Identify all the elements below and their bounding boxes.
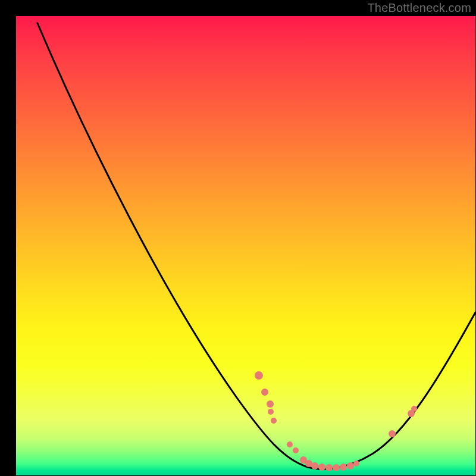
marker bbox=[340, 464, 347, 471]
marker bbox=[311, 462, 318, 469]
bottleneck-curve bbox=[37, 23, 475, 469]
marker bbox=[411, 406, 417, 412]
marker bbox=[353, 461, 359, 466]
marker bbox=[293, 447, 299, 453]
marker bbox=[333, 464, 340, 471]
marker bbox=[271, 418, 277, 424]
marker bbox=[267, 400, 274, 408]
marker bbox=[318, 464, 325, 471]
marker bbox=[287, 441, 293, 447]
marker bbox=[347, 462, 354, 469]
plot-area bbox=[16, 16, 475, 475]
marker bbox=[325, 464, 333, 471]
watermark-text: TheBottleneck.com bbox=[367, 1, 471, 15]
marker bbox=[389, 430, 396, 437]
markers-group bbox=[255, 371, 417, 471]
chart-svg bbox=[16, 16, 475, 475]
marker bbox=[268, 409, 274, 415]
marker bbox=[261, 389, 268, 396]
marker bbox=[255, 371, 263, 380]
chart-frame bbox=[8, 8, 468, 468]
